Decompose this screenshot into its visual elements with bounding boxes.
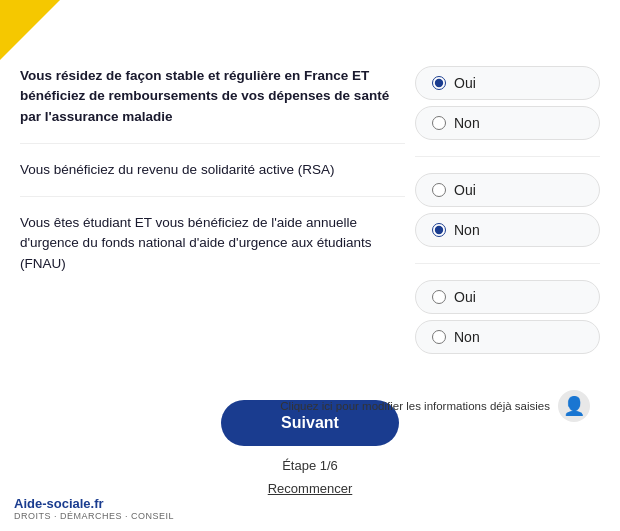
q2-non-label: Non: [454, 222, 480, 238]
footer-sub: DROITS · DÉMARCHES · CONSEIL: [14, 511, 174, 521]
question-1-text: Vous résidez de façon stable et régulièr…: [20, 66, 400, 127]
answer-group-2: Oui Non: [415, 157, 600, 264]
q2-oui-radio[interactable]: [432, 183, 446, 197]
q3-oui-label: Oui: [454, 289, 476, 305]
questions-list: Vous résidez de façon stable et régulièr…: [20, 50, 405, 370]
user-icon: 👤: [558, 390, 590, 422]
corner-decoration: [0, 0, 60, 60]
footer: Aide-sociale.fr DROITS · DÉMARCHES · CON…: [14, 496, 174, 521]
user-icon-glyph: 👤: [563, 395, 585, 417]
q1-non-label: Non: [454, 115, 480, 131]
question-2: Vous bénéficiez du revenu de solidarité …: [20, 144, 405, 197]
q3-non-label: Non: [454, 329, 480, 345]
q1-non-radio[interactable]: [432, 116, 446, 130]
answer-group-3: Oui Non: [415, 264, 600, 370]
q2-oui-option[interactable]: Oui: [415, 173, 600, 207]
q3-oui-radio[interactable]: [432, 290, 446, 304]
question-3: Vous êtes étudiant ET vous bénéficiez de…: [20, 197, 405, 290]
q1-oui-radio[interactable]: [432, 76, 446, 90]
recommencer-link[interactable]: Recommencer: [268, 481, 353, 496]
q1-non-option[interactable]: Non: [415, 106, 600, 140]
answers-list: Oui Non Oui Non: [415, 50, 600, 370]
question-2-text: Vous bénéficiez du revenu de solidarité …: [20, 160, 400, 180]
q1-oui-option[interactable]: Oui: [415, 66, 600, 100]
footer-brand: Aide-sociale.fr: [14, 496, 174, 511]
q1-oui-label: Oui: [454, 75, 476, 91]
q3-oui-option[interactable]: Oui: [415, 280, 600, 314]
answer-group-1: Oui Non: [415, 50, 600, 157]
bottom-section: Cliquez ici pour modifier les informatio…: [20, 390, 600, 496]
etape-label: Étape 1/6: [282, 458, 338, 473]
question-1: Vous résidez de façon stable et régulièr…: [20, 50, 405, 144]
q2-non-option[interactable]: Non: [415, 213, 600, 247]
edit-info-text[interactable]: Cliquez ici pour modifier les informatio…: [280, 398, 550, 414]
q3-non-radio[interactable]: [432, 330, 446, 344]
question-3-text: Vous êtes étudiant ET vous bénéficiez de…: [20, 213, 400, 274]
q2-non-radio[interactable]: [432, 223, 446, 237]
q2-oui-label: Oui: [454, 182, 476, 198]
edit-info-area[interactable]: Cliquez ici pour modifier les informatio…: [280, 390, 590, 422]
q3-non-option[interactable]: Non: [415, 320, 600, 354]
